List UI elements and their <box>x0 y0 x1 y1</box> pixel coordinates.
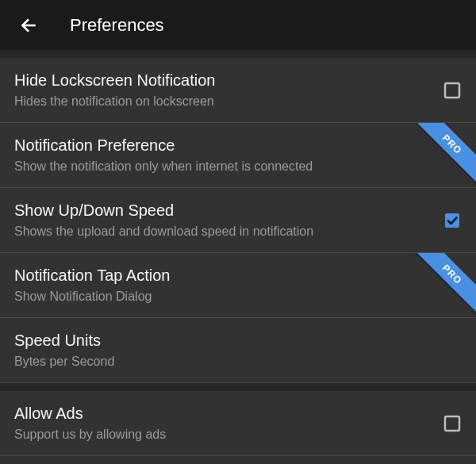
app-bar: Preferences <box>0 0 476 50</box>
back-button[interactable] <box>10 6 48 44</box>
page-title: Preferences <box>70 15 164 36</box>
checkbox-checked[interactable] <box>443 211 462 230</box>
row-title: Notification Preference <box>14 136 455 155</box>
row-subtitle: Support us by allowing ads <box>14 427 436 443</box>
row-text: Show Up/Down Speed Shows the upload and … <box>14 201 443 240</box>
row-text: Hide Lockscreen Notification Hides the n… <box>14 71 443 109</box>
svg-rect-2 <box>445 416 459 431</box>
row-subtitle: Hides the notification on lockscreen <box>14 94 436 109</box>
row-title: Notification Tap Action <box>14 266 455 286</box>
row-text: Allow Ads Support us by allowing ads <box>14 404 443 443</box>
pref-allow-ads[interactable]: Allow Ads Support us by allowing ads <box>0 383 476 456</box>
row-text: Speed Units Bytes per Second <box>14 331 462 370</box>
row-title: Hide Lockscreen Notification <box>14 71 436 90</box>
checkbox-unchecked[interactable] <box>443 414 462 433</box>
pref-speed-units[interactable]: Speed Units Bytes per Second <box>0 318 476 383</box>
preferences-list: Hide Lockscreen Notification Hides the n… <box>0 50 476 456</box>
back-arrow-icon <box>18 15 39 36</box>
svg-rect-0 <box>445 83 459 98</box>
pref-notification-preference[interactable]: Notification Preference Show the notific… <box>0 123 476 188</box>
row-subtitle: Show Notification Dialog <box>14 289 455 305</box>
row-subtitle: Shows the upload and download speed in n… <box>14 224 436 240</box>
svg-rect-1 <box>445 213 459 228</box>
row-title: Allow Ads <box>14 404 436 424</box>
row-title: Show Up/Down Speed <box>14 201 436 220</box>
checkbox-unchecked[interactable] <box>443 81 462 100</box>
row-subtitle: Bytes per Second <box>14 354 455 370</box>
row-title: Speed Units <box>14 331 455 351</box>
row-subtitle: Show the notification only when internet… <box>14 159 455 174</box>
row-text: Notification Preference Show the notific… <box>14 136 462 174</box>
row-text: Notification Tap Action Show Notificatio… <box>14 266 462 305</box>
pref-show-up-down-speed[interactable]: Show Up/Down Speed Shows the upload and … <box>0 188 476 253</box>
pref-hide-lockscreen-notification[interactable]: Hide Lockscreen Notification Hides the n… <box>0 50 476 123</box>
pref-notification-tap-action[interactable]: Notification Tap Action Show Notificatio… <box>0 253 476 318</box>
